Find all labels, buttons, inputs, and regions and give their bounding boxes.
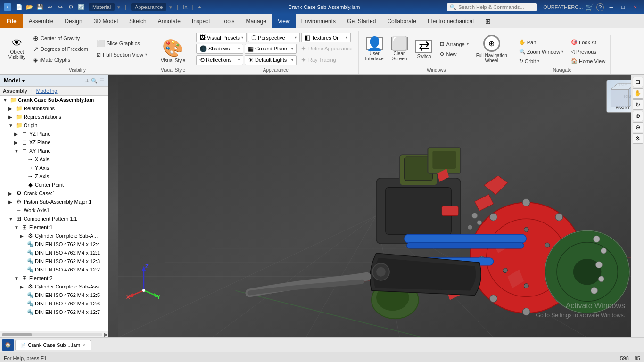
default-lights-dropdown[interactable]: ☀ Default Lights ▾	[245, 55, 297, 65]
expand-arrow-element2[interactable]: ▼	[14, 276, 20, 281]
tree-item-yz_plane[interactable]: ▶◻YZ Plane	[0, 130, 108, 138]
annotate-menu[interactable]: Annotate	[152, 14, 186, 28]
pan-button[interactable]: ✋ Pan	[517, 38, 565, 46]
expand-arrow-cyl_complete1[interactable]: ▶	[20, 233, 25, 239]
tree-item-cyl_complete2[interactable]: ▶⚙Cylinder Complete Sub-Asser...	[0, 282, 108, 291]
arrange-button[interactable]: ⊞ Arrange ▾	[437, 40, 471, 49]
half-section-button[interactable]: ⧄ Half Section View ▾	[94, 49, 150, 60]
tree-item-cyl_complete1[interactable]: ▶⚙Cylinder Complete Sub-A...	[0, 231, 108, 240]
center-gravity-button[interactable]: ⊕ Center of Gravity	[30, 33, 91, 43]
extra-menu[interactable]: ⊞	[479, 14, 496, 28]
tree-item-representations[interactable]: ▶📁Representations	[0, 113, 108, 121]
tree-item-root[interactable]: ▼📁Crank Case Sub-Assembly.iam	[0, 96, 108, 104]
new-button[interactable]: 📄	[14, 2, 24, 12]
cart-icon[interactable]: 🛒	[586, 3, 594, 11]
minimize-button[interactable]: ─	[607, 3, 616, 11]
user-label[interactable]: OURFATHERC...	[543, 4, 583, 10]
tree-item-comp_pattern[interactable]: ▼⊞Component Pattern 1:1	[0, 214, 108, 223]
tree-item-piston_sub[interactable]: ▶⚙Piston Sub-Assembly Major:1	[0, 197, 108, 206]
file-tab-close[interactable]: ✕	[82, 343, 86, 348]
view-menu[interactable]: View	[272, 14, 296, 28]
perspective-dropdown[interactable]: ⬡ Perspective ▾	[248, 33, 300, 42]
search-icon[interactable]: 🔍	[91, 78, 98, 84]
expand-arrow-xz_plane[interactable]: ▶	[14, 140, 20, 145]
home-view-button[interactable]: 🏠 Home View	[569, 57, 607, 65]
ray-tracing-button[interactable]: ✦ Ray Tracing	[298, 55, 347, 65]
home-tab[interactable]: 🏠	[2, 339, 14, 351]
expand-arrow-xy_plane[interactable]: ▼	[14, 148, 20, 154]
menu-icon[interactable]: ☰	[99, 78, 104, 84]
undo-button[interactable]: ↩	[45, 2, 55, 12]
tree-item-din1[interactable]: 🔩DIN EN ISO 4762 M4 x 12:4	[0, 240, 108, 248]
tree-item-z_axis[interactable]: →Z Axis	[0, 172, 108, 181]
tree-item-relationships[interactable]: ▶📁Relationships	[0, 104, 108, 113]
shadows-dropdown[interactable]: 🌑 Shadows ▾	[196, 44, 243, 54]
imate-glyphs-button[interactable]: ◈ iMate Glyphs	[30, 55, 91, 65]
file-menu-button[interactable]: File	[0, 14, 23, 28]
clean-screen-button[interactable]: ⬜ Clean Screen	[388, 35, 411, 63]
expand-arrow-cyl_complete2[interactable]: ▶	[20, 284, 25, 289]
orbit-button[interactable]: ↻ Orbit ▾	[517, 57, 565, 65]
expand-arrow-yz_plane[interactable]: ▶	[14, 132, 20, 137]
expand-arrow-relationships[interactable]: ▶	[8, 106, 14, 111]
design-menu[interactable]: Design	[59, 14, 88, 28]
save-button[interactable]: 💾	[35, 2, 44, 12]
new-window-button[interactable]: ⊕ New	[437, 49, 471, 58]
manage-menu[interactable]: Manage	[240, 14, 272, 28]
full-nav-wheel-button[interactable]: ⊕ Full Navigation Wheel	[473, 33, 510, 65]
reflections-dropdown[interactable]: ⟲ Reflections ▾	[196, 55, 243, 65]
tree-item-din7[interactable]: 🔩DIN EN ISO 4762 M4 x 12:7	[0, 308, 108, 316]
get-started-menu[interactable]: Get Started	[341, 14, 381, 28]
tree-item-din2[interactable]: 🔩DIN EN ISO 4762 M4 x 12:1	[0, 248, 108, 257]
appearance-dropdown[interactable]: Appearance	[131, 3, 166, 11]
help-icon[interactable]: ?	[596, 3, 603, 11]
tree-item-din3[interactable]: 🔩DIN EN ISO 4762 M4 x 12:3	[0, 257, 108, 265]
add-model-button[interactable]: +	[85, 77, 89, 84]
restore-button[interactable]: □	[619, 3, 627, 11]
slice-graphics-button[interactable]: ⬜ Slice Graphics	[94, 38, 150, 49]
tree-item-x_axis[interactable]: →X Axis	[0, 155, 108, 164]
tree-item-element1[interactable]: ▼⊞Element:1	[0, 223, 108, 231]
collaborate-menu[interactable]: Collaborate	[381, 14, 421, 28]
assemble-menu[interactable]: Assemble	[23, 14, 59, 28]
tree-item-work_axis[interactable]: →Work Axis1	[0, 206, 108, 214]
sketch-menu[interactable]: Sketch	[124, 14, 152, 28]
refine-appearance-button[interactable]: ✦ Refine Appearance	[298, 43, 355, 54]
rt-zoom-out-button[interactable]: ⊖	[633, 122, 643, 132]
expand-arrow-root[interactable]: ▼	[3, 98, 8, 103]
expand-arrow-comp_pattern[interactable]: ▼	[8, 216, 14, 222]
close-button[interactable]: ✕	[630, 3, 640, 11]
rt-zoom-button[interactable]: ⊕	[633, 111, 643, 121]
assembly-subtab[interactable]: Assembly	[3, 88, 27, 94]
tree-item-xy_plane[interactable]: ▼◻XY Plane	[0, 147, 108, 155]
degrees-freedom-button[interactable]: ↗ Degrees of Freedom	[30, 44, 91, 54]
rt-pan-button[interactable]: ✋	[633, 88, 643, 99]
file-tab[interactable]: 📄 Crank Case Sub-...iam ✕	[15, 340, 91, 350]
rt-expand-button[interactable]: ⊡	[633, 77, 643, 87]
expand-arrow-crank_case[interactable]: ▶	[8, 191, 14, 196]
look-at-button[interactable]: 🎯 Look At	[569, 38, 607, 46]
tree-item-xz_plane[interactable]: ▶◻XZ Plane	[0, 138, 108, 147]
open-button[interactable]: 📂	[25, 2, 34, 12]
previous-button[interactable]: ◁ Previous	[569, 48, 607, 56]
tree-item-center_pt[interactable]: ◆Center Point	[0, 181, 108, 189]
tree-item-origin[interactable]: ▼📁Origin	[0, 121, 108, 130]
tree-item-din6[interactable]: 🔩DIN EN ISO 4762 M4 x 12:6	[0, 299, 108, 308]
tree-item-crank_case[interactable]: ▶⚙Crank Case:1	[0, 189, 108, 197]
rt-settings-button[interactable]: ⚙	[633, 133, 643, 144]
visual-presets-dropdown[interactable]: 🖼 Visual Presets ▾	[196, 33, 247, 42]
tree-item-din4[interactable]: 🔩DIN EN ISO 4762 M4 x 12:2	[0, 265, 108, 274]
textures-dropdown[interactable]: ◧ Textures On ▾	[301, 33, 351, 42]
expand-arrow-origin[interactable]: ▼	[8, 123, 14, 128]
zoom-window-button[interactable]: 🔍 Zoom Window ▾	[517, 48, 565, 56]
inspect-menu[interactable]: Inspect	[186, 14, 216, 28]
tools-menu[interactable]: Tools	[216, 14, 240, 28]
modeling-subtab[interactable]: Modeling	[36, 88, 58, 94]
ground-plane-dropdown[interactable]: ▦ Ground Plane ▾	[245, 44, 297, 54]
refresh-icon[interactable]: 🔄	[76, 2, 86, 12]
search-input[interactable]	[458, 4, 534, 10]
material-dropdown[interactable]: Material	[89, 3, 115, 11]
environments-menu[interactable]: Environments	[296, 14, 341, 28]
settings-icon[interactable]: ⚙	[66, 2, 75, 12]
electromechanical-menu[interactable]: Electromechanical	[422, 14, 479, 28]
